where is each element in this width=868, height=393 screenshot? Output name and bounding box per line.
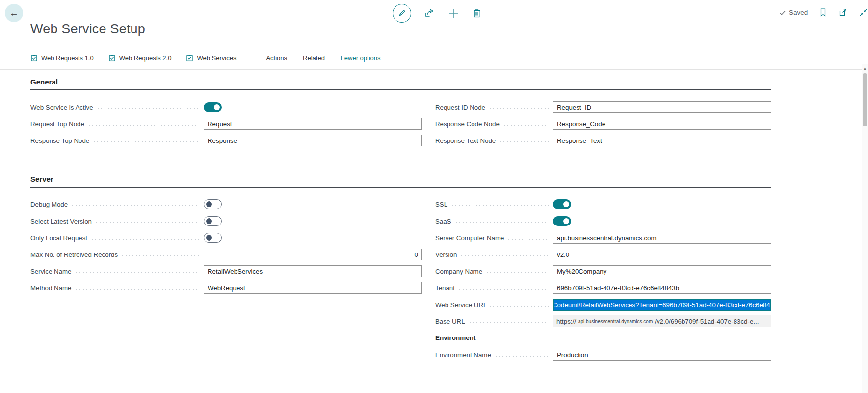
method-name-input[interactable] — [204, 282, 422, 294]
request-id-node-input[interactable] — [553, 101, 771, 113]
back-arrow-icon: ← — [9, 8, 19, 18]
page-check-icon — [186, 55, 193, 62]
field-environment-name: Environment Name — [435, 349, 771, 361]
environment-group-heading: Environment — [435, 332, 771, 344]
page-check-icon — [30, 55, 38, 62]
dotted-leader — [504, 125, 549, 126]
field-response-text-node: Response Text Node — [435, 135, 771, 146]
field-label: Version — [435, 251, 457, 258]
open-in-new-window-icon — [839, 8, 847, 17]
select-latest-version-toggle[interactable] — [204, 216, 222, 226]
ribbon-divider — [253, 53, 253, 64]
fewer-options-link[interactable]: Fewer options — [341, 55, 381, 62]
tenant-input[interactable] — [553, 282, 771, 294]
action-ribbon: Web Requests 1.0 Web Requests 2.0 Web Se… — [0, 47, 868, 70]
tab-web-services[interactable]: Web Services — [186, 55, 236, 62]
toggle-knob — [563, 218, 569, 224]
request-top-node-input[interactable] — [204, 118, 422, 130]
dotted-leader — [76, 272, 199, 273]
field-label: Debug Mode — [30, 201, 68, 208]
web-service-uri-input[interactable]: Codeunit/RetailWebServices?Tenant=696b70… — [553, 299, 771, 311]
share-icon — [424, 8, 435, 19]
dotted-leader — [456, 222, 549, 223]
toggle-knob — [214, 104, 220, 110]
field-label: Response Top Node — [30, 137, 89, 144]
field-label: Server Computer Name — [435, 234, 504, 242]
scroll-up-arrow-icon[interactable]: ▲ — [862, 64, 868, 71]
vertical-scrollbar[interactable]: ▲ — [862, 64, 868, 393]
response-code-node-input[interactable] — [553, 118, 771, 130]
toggle-knob — [563, 201, 569, 207]
only-local-request-toggle[interactable] — [204, 233, 222, 243]
max-records-input[interactable] — [204, 249, 422, 260]
field-max-records: Max No. of Retreived Records — [30, 249, 422, 260]
dotted-leader — [500, 141, 549, 142]
version-input[interactable] — [553, 249, 771, 260]
section-general-title[interactable]: General — [30, 78, 771, 90]
base-url-host: api.businesscentral.dynamics.com — [578, 319, 653, 324]
field-server-computer-name: Server Computer Name — [435, 232, 771, 244]
field-ssl: SSL — [435, 198, 771, 210]
collapse-arrows-icon — [859, 8, 868, 17]
delete-button[interactable] — [472, 8, 482, 19]
dotted-leader — [470, 322, 549, 323]
company-name-input[interactable] — [553, 265, 771, 277]
menu-related[interactable]: Related — [303, 55, 325, 62]
environment-name-input[interactable] — [553, 349, 771, 361]
plus-icon — [447, 7, 459, 19]
dotted-leader — [76, 289, 199, 290]
collapse-button[interactable] — [859, 8, 868, 17]
field-version: Version — [435, 249, 771, 260]
field-request-top-node: Request Top Node — [30, 118, 422, 130]
tab-label: Web Services — [197, 55, 236, 62]
field-label: Web Service is Active — [30, 104, 93, 111]
back-button[interactable]: ← — [5, 4, 23, 22]
share-button[interactable] — [424, 8, 435, 19]
tab-web-requests-10[interactable]: Web Requests 1.0 — [30, 55, 94, 62]
bookmark-button[interactable] — [819, 8, 827, 17]
field-method-name: Method Name — [30, 282, 422, 294]
tab-web-requests-20[interactable]: Web Requests 2.0 — [108, 55, 172, 62]
menu-actions[interactable]: Actions — [266, 55, 287, 62]
field-label: Only Local Request — [30, 234, 87, 242]
selected-text: Codeunit/RetailWebServices?Tenant=696b70… — [553, 300, 771, 310]
base-url-path: /v2.0/696b709f-51ad-407e-83cd-e... — [655, 318, 759, 325]
section-server-title[interactable]: Server — [30, 175, 771, 188]
server-computer-name-input[interactable] — [553, 232, 771, 244]
response-top-node-input[interactable] — [204, 135, 422, 146]
page-check-icon — [108, 55, 116, 62]
trash-icon — [472, 8, 482, 19]
ssl-toggle[interactable] — [553, 199, 571, 209]
dotted-leader — [92, 239, 199, 240]
dotted-leader — [452, 205, 549, 206]
section-general: General Web Service is Active Request To… — [30, 78, 771, 151]
edit-pencil-button[interactable] — [393, 4, 411, 23]
pencil-icon — [397, 9, 406, 18]
section-server: Server Debug Mode Select Latest Version … — [30, 175, 771, 365]
dotted-leader — [122, 255, 199, 256]
dotted-leader — [72, 205, 199, 206]
bookmark-icon — [819, 8, 827, 17]
toggle-knob — [206, 218, 212, 224]
scrollbar-thumb[interactable] — [863, 73, 867, 126]
field-only-local-request: Only Local Request — [30, 232, 422, 244]
field-response-code-node: Response Code Node — [435, 118, 771, 130]
new-record-button[interactable] — [447, 7, 459, 19]
field-tenant: Tenant — [435, 282, 771, 294]
dotted-leader — [508, 239, 549, 240]
open-in-new-window-button[interactable] — [839, 8, 847, 17]
field-label: Response Code Node — [435, 120, 500, 128]
page-title: Web Service Setup — [30, 22, 145, 37]
saas-toggle[interactable] — [553, 216, 571, 226]
dotted-leader — [490, 108, 549, 109]
field-label: SaaS — [435, 218, 451, 225]
dotted-leader — [487, 272, 549, 273]
status-toolbar: Saved — [779, 8, 868, 17]
web-service-is-active-toggle[interactable] — [204, 102, 222, 112]
service-name-input[interactable] — [204, 265, 422, 277]
toggle-knob — [206, 235, 212, 241]
dotted-leader — [490, 306, 549, 307]
debug-mode-toggle[interactable] — [204, 199, 222, 209]
response-text-node-input[interactable] — [553, 135, 771, 146]
field-label: Web Service URI — [435, 301, 485, 309]
